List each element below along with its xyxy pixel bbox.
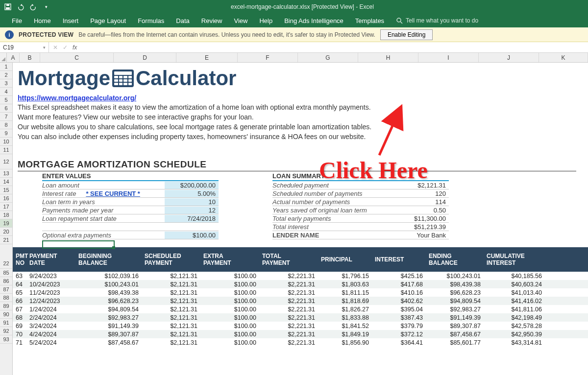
input-value[interactable]: 5.00% xyxy=(165,190,219,197)
row-header-17[interactable]: 17 xyxy=(0,203,12,211)
tab-file[interactable]: File xyxy=(6,14,28,27)
col-header-G[interactable]: G xyxy=(298,53,358,62)
row-header-9[interactable]: 9 xyxy=(0,129,12,138)
row-header-11[interactable]: 11 xyxy=(0,146,12,154)
fx-icon[interactable]: fx xyxy=(73,44,77,51)
row-header-5[interactable]: 5 xyxy=(0,96,12,104)
row-header-89[interactable]: 89 xyxy=(0,302,12,310)
row-header-12[interactable]: 12 xyxy=(0,154,12,169)
tab-formulas[interactable]: Formulas xyxy=(132,14,170,27)
tab-view[interactable]: View xyxy=(228,14,253,27)
table-row[interactable]: 704/24/2024$89,307.87$2,121.31$100.00$2,… xyxy=(13,330,588,338)
table-cell: $2,221.31 xyxy=(259,323,318,329)
name-box[interactable]: C19 xyxy=(0,42,49,52)
tab-bing-ads-intelligence[interactable]: Bing Ads Intelligence xyxy=(278,14,349,27)
table-cell: 67 xyxy=(13,306,26,313)
description-line: This Excel spreadsheet makes it easy to … xyxy=(18,103,588,112)
table-cell: $92,983.27 xyxy=(426,306,484,313)
col-header-K[interactable]: K xyxy=(539,53,588,62)
col-header-I[interactable]: I xyxy=(418,53,479,62)
table-cell: 12/24/2023 xyxy=(26,298,75,305)
row-header-21[interactable]: 21 xyxy=(0,236,12,244)
row-header-90[interactable]: 90 xyxy=(0,310,12,319)
tell-me-search[interactable]: Tell me what you want to do xyxy=(396,17,478,24)
row-header-88[interactable]: 88 xyxy=(0,294,12,302)
select-all-corner[interactable] xyxy=(0,53,7,62)
row-header-4[interactable]: 4 xyxy=(0,88,12,96)
table-row[interactable]: 639/24/2023$102,039.16$2,121.31$100.00$2… xyxy=(13,272,588,280)
table-cell: $100.00 xyxy=(200,281,259,288)
row-header-91[interactable]: 91 xyxy=(0,319,12,327)
input-value[interactable]: 10 xyxy=(165,198,219,206)
row-header-19[interactable]: 19 xyxy=(0,219,12,228)
row-header-6[interactable]: 6 xyxy=(0,104,12,113)
table-cell: $2,121.31 xyxy=(142,339,200,346)
website-link[interactable]: https://www.mortgagecalculator.org/ xyxy=(18,94,136,102)
row-header-20[interactable]: 20 xyxy=(0,228,12,236)
enter-icon[interactable]: ✓ xyxy=(63,44,68,51)
col-header-E[interactable]: E xyxy=(176,53,238,62)
row-header-8[interactable]: 8 xyxy=(0,121,12,129)
table-cell: $98,439.38 xyxy=(75,289,142,296)
logo: Mortgage Calculator xyxy=(18,67,588,90)
row-header-15[interactable]: 15 xyxy=(0,186,12,194)
table-row[interactable]: 682/24/2024$92,983.27$2,121.31$100.00$2,… xyxy=(13,313,588,322)
table-cell: $96,628.23 xyxy=(426,289,484,296)
table-row[interactable]: 671/24/2024$94,809.54$2,121.31$100.00$2,… xyxy=(13,305,588,313)
tab-templates[interactable]: Templates xyxy=(349,14,390,27)
row-header-13[interactable]: 13 xyxy=(0,169,12,178)
input-value[interactable]: $100.00 xyxy=(165,232,219,239)
table-row[interactable]: 715/24/2024$87,458.67$2,121.31$100.00$2,… xyxy=(13,338,588,347)
col-header-J[interactable]: J xyxy=(479,53,539,62)
table-cell: 63 xyxy=(13,273,26,280)
tab-home[interactable]: Home xyxy=(28,14,57,27)
undo-icon[interactable] xyxy=(17,3,24,11)
col-header-B[interactable]: B xyxy=(20,53,40,62)
table-cell: $425.16 xyxy=(372,273,426,280)
table-row[interactable]: 6612/24/2023$96,628.23$2,121.31$100.00$2… xyxy=(13,297,588,305)
tab-page-layout[interactable]: Page Layout xyxy=(84,14,132,27)
row-header-93[interactable]: 93 xyxy=(0,335,12,344)
col-header-F[interactable]: F xyxy=(238,53,298,62)
row-header-85[interactable]: 85 xyxy=(0,269,12,277)
input-value[interactable]: $200,000.00 xyxy=(165,182,219,189)
col-header-H[interactable]: H xyxy=(358,53,418,62)
table-cell: 1/24/2024 xyxy=(26,306,75,313)
col-header-C[interactable]: C xyxy=(40,53,114,62)
row-header-14[interactable]: 14 xyxy=(0,178,12,186)
input-value[interactable]: 12 xyxy=(165,207,219,214)
row-header-22[interactable]: 22 xyxy=(0,244,12,269)
save-icon[interactable] xyxy=(4,3,12,11)
row-header-1[interactable]: 1 xyxy=(0,63,12,71)
summary-row: Scheduled payment$2,121.31 xyxy=(272,181,449,189)
row-header-2[interactable]: 2 xyxy=(0,71,12,79)
see-current-link[interactable]: * SEE CURRENT * xyxy=(86,190,140,197)
row-header-16[interactable]: 16 xyxy=(0,194,12,203)
tab-help[interactable]: Help xyxy=(253,14,278,27)
row-header-10[interactable]: 10 xyxy=(0,138,12,146)
table-header-cell: TOTALPAYMENT xyxy=(259,247,318,272)
redo-icon[interactable] xyxy=(29,3,37,11)
input-value[interactable]: 7/24/2018 xyxy=(165,215,219,222)
table-cell: $1,841.52 xyxy=(318,323,372,329)
tab-review[interactable]: Review xyxy=(196,14,228,27)
table-cell: $85,601.77 xyxy=(426,339,484,346)
table-row[interactable]: 6511/24/2023$98,439.38$2,121.31$100.00$2… xyxy=(13,288,588,297)
row-header-86[interactable]: 86 xyxy=(0,277,12,285)
row-header-87[interactable]: 87 xyxy=(0,285,12,294)
table-cell: $100.00 xyxy=(200,289,259,296)
enable-editing-button[interactable]: Enable Editing xyxy=(380,29,433,40)
row-header-92[interactable]: 92 xyxy=(0,327,12,335)
col-header-A[interactable]: A xyxy=(7,53,20,62)
tab-data[interactable]: Data xyxy=(170,14,195,27)
table-row[interactable]: 693/24/2024$91,149.39$2,121.31$100.00$2,… xyxy=(13,322,588,330)
qat-dropdown-icon[interactable]: ▾ xyxy=(42,3,50,11)
tab-insert[interactable]: Insert xyxy=(57,14,85,27)
row-header-3[interactable]: 3 xyxy=(0,79,12,88)
table-row[interactable]: 6410/24/2023$100,243.01$2,121.31$100.00$… xyxy=(13,280,588,288)
cancel-icon[interactable]: ✕ xyxy=(53,44,58,51)
row-header-7[interactable]: 7 xyxy=(0,113,12,121)
sheet-content[interactable]: Mortgage Calculator https://www.mortgage… xyxy=(13,63,588,375)
row-header-18[interactable]: 18 xyxy=(0,211,12,219)
col-header-D[interactable]: D xyxy=(114,53,176,62)
